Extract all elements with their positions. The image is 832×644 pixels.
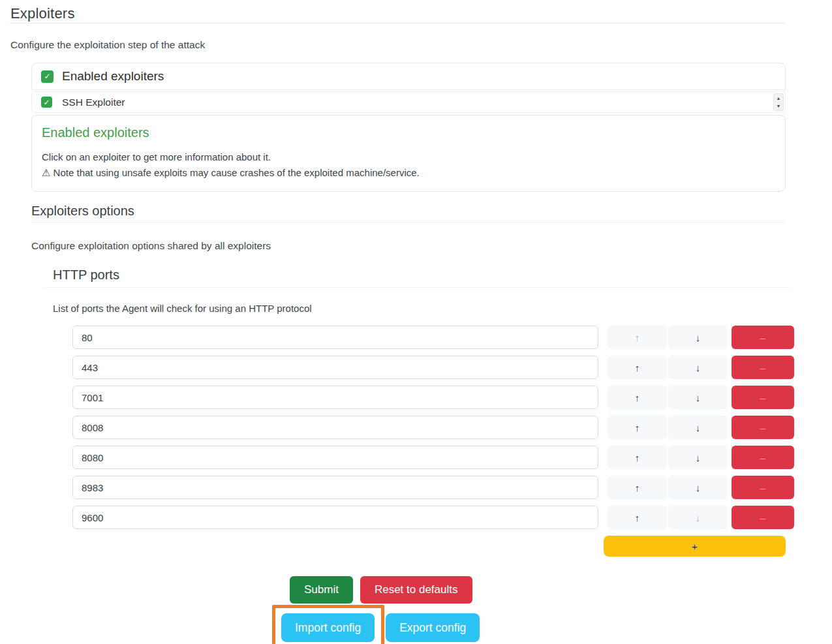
export-config-wrap: Export config — [386, 613, 480, 642]
http-ports-divider — [44, 287, 790, 288]
scroll-down-icon[interactable]: ▼ — [777, 104, 781, 108]
remove-port-button[interactable]: – — [732, 476, 794, 499]
port-row: ↑ ↓ – — [72, 446, 832, 469]
title-divider — [9, 23, 786, 23]
submit-button[interactable]: Submit — [290, 576, 353, 604]
port-row: ↑ ↓ – — [72, 356, 832, 379]
port-input[interactable] — [72, 476, 598, 499]
import-config-highlight: Import config — [272, 605, 384, 644]
ssh-exploiter-label: SSH Exploiter — [62, 97, 125, 108]
port-input[interactable] — [72, 416, 598, 439]
port-row: ↑ ↓ – — [72, 476, 832, 499]
exploiters-panel: ✓ Enabled exploiters ✓ SSH Exploiter ▲ ▼… — [31, 63, 786, 192]
port-input[interactable] — [72, 356, 598, 379]
port-row: ↑ ↓ – — [72, 326, 832, 349]
move-down-button[interactable]: ↓ — [668, 416, 728, 439]
move-down-button[interactable]: ↓ — [668, 356, 728, 379]
remove-port-button[interactable]: – — [732, 386, 794, 409]
move-down-button[interactable]: ↓ — [668, 506, 728, 529]
remove-port-button[interactable]: – — [732, 416, 794, 439]
remove-port-button[interactable]: – — [732, 326, 794, 349]
reset-defaults-button[interactable]: Reset to defaults — [360, 576, 472, 604]
move-down-button[interactable]: ↓ — [668, 386, 728, 409]
export-config-button[interactable]: Export config — [386, 613, 480, 642]
options-divider — [31, 222, 786, 222]
move-up-button[interactable]: ↑ — [608, 506, 667, 529]
exploiter-list-scrollbar[interactable]: ▲ ▼ — [773, 93, 784, 111]
move-down-button[interactable]: ↓ — [668, 446, 728, 469]
add-port-button[interactable]: + — [604, 536, 786, 557]
info-panel-title: Enabled exploiters — [42, 124, 775, 141]
exploiters-options-subtitle: Configure exploitation options shared by… — [31, 239, 832, 253]
port-row: ↑ ↓ – — [72, 506, 832, 529]
enabled-exploiters-label: Enabled exploiters — [62, 69, 164, 84]
page-title: Exploiters — [10, 5, 832, 22]
move-up-button[interactable]: ↑ — [608, 416, 667, 439]
port-input[interactable] — [72, 326, 598, 349]
info-panel-line1: Click on an exploiter to get more inform… — [42, 149, 775, 165]
move-up-button[interactable]: ↑ — [608, 326, 667, 349]
move-down-button[interactable]: ↓ — [668, 476, 728, 499]
info-panel-line2: ⚠ Note that using unsafe exploits may ca… — [42, 165, 775, 181]
config-actions: Import config Export config — [272, 605, 832, 644]
move-down-button[interactable]: ↓ — [668, 326, 728, 349]
import-config-button[interactable]: Import config — [281, 613, 375, 642]
http-ports-description: List of ports the Agent will check for u… — [53, 302, 832, 314]
move-up-button[interactable]: ↑ — [608, 356, 667, 379]
enabled-exploiters-checkbox[interactable]: ✓ — [41, 70, 54, 83]
exploiter-info-panel: Enabled exploiters Click on an exploiter… — [31, 115, 786, 192]
move-up-button[interactable]: ↑ — [608, 476, 667, 499]
page-subtitle: Configure the exploitation step of the a… — [10, 38, 832, 52]
remove-port-button[interactable]: – — [732, 356, 794, 379]
port-input[interactable] — [72, 386, 598, 409]
remove-port-button[interactable]: – — [732, 506, 794, 529]
exploiter-row-ssh[interactable]: ✓ SSH Exploiter ▲ ▼ — [31, 91, 786, 113]
move-up-button[interactable]: ↑ — [608, 386, 667, 409]
http-ports-list: ↑ ↓ – ↑ ↓ – ↑ ↓ – ↑ ↓ – ↑ ↓ – ↑ ↓ – ↑ ↓ … — [72, 326, 832, 529]
form-actions: Submit Reset to defaults — [290, 576, 832, 604]
port-input[interactable] — [72, 506, 598, 529]
exploiters-options-title: Exploiters options — [31, 202, 832, 219]
scroll-up-icon[interactable]: ▲ — [777, 96, 781, 100]
ssh-exploiter-checkbox[interactable]: ✓ — [41, 97, 52, 108]
port-row: ↑ ↓ – — [72, 416, 832, 439]
enabled-exploiters-header[interactable]: ✓ Enabled exploiters — [31, 63, 786, 90]
http-ports-title: HTTP ports — [53, 266, 832, 284]
port-row: ↑ ↓ – — [72, 386, 832, 409]
move-up-button[interactable]: ↑ — [608, 446, 667, 469]
port-input[interactable] — [72, 446, 598, 469]
remove-port-button[interactable]: – — [732, 446, 794, 469]
